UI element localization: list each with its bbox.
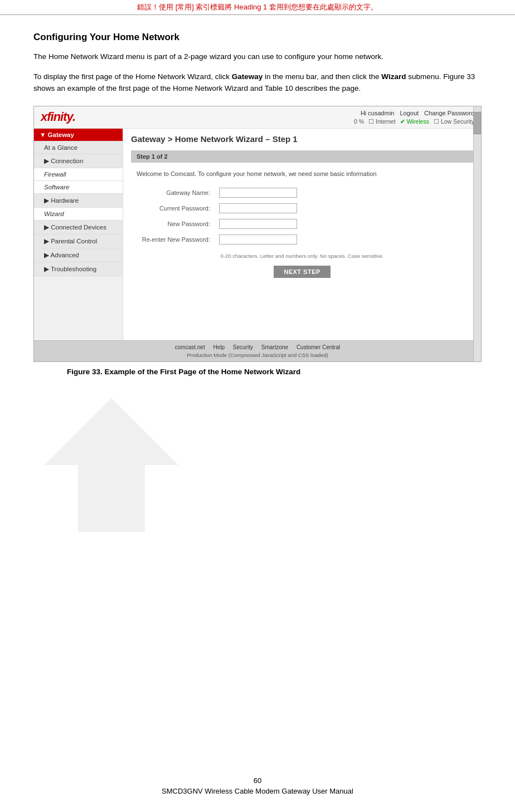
para2-prefix: To display the first page of the Home Ne… xyxy=(33,72,232,81)
browser-main: Gateway > Home Network Wizard – Step 1 S… xyxy=(123,129,481,340)
scrollbar-thumb[interactable] xyxy=(473,112,481,134)
footer-link-help[interactable]: Help xyxy=(213,344,225,350)
footer-link-customer-central[interactable]: Customer Central xyxy=(297,344,340,350)
input-reenter-password[interactable] xyxy=(219,234,297,244)
gateway-bold: Gateway xyxy=(232,72,263,81)
browser-footer: comcast.net Help Security Smartzone Cust… xyxy=(34,340,481,361)
page-footer: 60 SMCD3GNV Wireless Cable Modem Gateway… xyxy=(0,776,515,795)
sidebar: ▼ Gateway At a Glance ▶ Connection Firew… xyxy=(34,129,123,340)
watermark-area xyxy=(33,387,482,543)
field-reenter-password: Re-enter New Password: xyxy=(131,232,473,247)
para2-mid: in the menu bar, and then click the xyxy=(263,72,381,81)
sidebar-item-gateway[interactable]: ▼ Gateway xyxy=(34,129,123,141)
page-number: 60 xyxy=(0,776,515,785)
sidebar-item-connection[interactable]: ▶ Connection xyxy=(34,154,123,168)
wizard-bold: Wizard xyxy=(381,72,406,81)
footer-mode-text: Production Mode (Compressed JavaScript a… xyxy=(37,352,478,358)
field-label-current-password: Current Password: xyxy=(131,200,215,216)
step-bar: Step 1 of 2 xyxy=(131,150,473,163)
sidebar-item-wizard[interactable]: Wizard xyxy=(34,208,123,221)
sidebar-item-connected-devices[interactable]: ▶ Connected Devices xyxy=(34,221,123,234)
change-password-link[interactable]: Change Password xyxy=(424,110,474,116)
section-para2: To display the first page of the Home Ne… xyxy=(33,71,482,95)
user-line: Hi cusadmin Logout Change Password xyxy=(354,110,474,116)
next-step-button[interactable]: NEXT STEP xyxy=(274,266,331,278)
field-label-gateway-name: Gateway Name: xyxy=(131,185,215,200)
input-gateway-name[interactable] xyxy=(219,188,297,198)
sidebar-item-at-a-glance[interactable]: At a Glance xyxy=(34,141,123,154)
browser-body: ▼ Gateway At a Glance ▶ Connection Firew… xyxy=(34,129,481,340)
header-error-bar: 錯誤！使用 [常用] 索引標籤將 Heading 1 套用到您想要在此處顯示的文… xyxy=(0,0,515,15)
password-hint: 0-20 characters. Letter and numbers only… xyxy=(131,253,473,259)
logout-link[interactable]: Logout xyxy=(400,110,419,116)
figure-caption: Figure 33. Example of the First Page of … xyxy=(67,368,482,376)
footer-links: comcast.net Help Security Smartzone Cust… xyxy=(37,344,478,350)
xfinity-top-right: Hi cusadmin Logout Change Password 0 % ☐… xyxy=(354,110,474,125)
sidebar-item-advanced[interactable]: ▶ Advanced xyxy=(34,248,123,262)
user-greeting: Hi cusadmin xyxy=(361,110,395,116)
sidebar-item-hardware[interactable]: ▶ Hardware xyxy=(34,194,123,208)
section-title: Configuring Your Home Network xyxy=(33,32,482,43)
header-error-text: 錯誤！使用 [常用] 索引標籤將 Heading 1 套用到您想要在此處顯示的文… xyxy=(137,3,378,11)
status-percent: 0 % xyxy=(354,118,364,125)
status-internet: ☐ Internet xyxy=(368,118,396,125)
sidebar-item-troubleshooting[interactable]: ▶ Troubleshooting xyxy=(34,262,123,276)
sidebar-item-software[interactable]: Software xyxy=(34,181,123,194)
field-label-reenter-password: Re-enter New Password: xyxy=(131,232,215,247)
input-current-password[interactable] xyxy=(219,203,297,213)
wizard-form: Gateway Name: Current Password: New Pass… xyxy=(131,185,473,247)
main-content: Configuring Your Home Network The Home N… xyxy=(0,15,515,565)
status-security: ☐ Low Security xyxy=(434,118,474,125)
field-current-password: Current Password: xyxy=(131,200,473,216)
footer-link-comcast[interactable]: comcast.net xyxy=(175,344,205,350)
field-new-password: New Password: xyxy=(131,216,473,232)
document-title: SMCD3GNV Wireless Cable Modem Gateway Us… xyxy=(162,787,353,795)
xfinity-logo: xfinity. xyxy=(41,110,75,124)
sidebar-item-parental-control[interactable]: ▶ Parental Control xyxy=(34,234,123,248)
footer-link-security[interactable]: Security xyxy=(233,344,253,350)
sidebar-item-firewall[interactable]: Firewall xyxy=(34,168,123,181)
footer-link-smartzone[interactable]: Smartzone xyxy=(261,344,288,350)
section-para1: The Home Network Wizard menu is part of … xyxy=(33,51,482,63)
scrollbar-track[interactable] xyxy=(473,106,481,361)
status-wireless: ✔ Wireless xyxy=(400,118,429,125)
input-new-password[interactable] xyxy=(219,219,297,229)
watermark-arrow-svg xyxy=(33,387,190,543)
wizard-page-title: Gateway > Home Network Wizard – Step 1 xyxy=(131,134,473,144)
xfinity-topbar: xfinity. Hi cusadmin Logout Change Passw… xyxy=(34,106,481,129)
svg-marker-0 xyxy=(45,398,178,532)
field-label-new-password: New Password: xyxy=(131,216,215,232)
welcome-text: Welcome to Comcast. To configure your ho… xyxy=(131,170,473,177)
status-line: 0 % ☐ Internet ✔ Wireless ☐ Low Security xyxy=(354,118,474,125)
browser-screenshot: xfinity. Hi cusadmin Logout Change Passw… xyxy=(33,106,482,362)
field-gateway-name: Gateway Name: xyxy=(131,185,473,200)
status-percent-value: 0 % xyxy=(354,118,364,125)
